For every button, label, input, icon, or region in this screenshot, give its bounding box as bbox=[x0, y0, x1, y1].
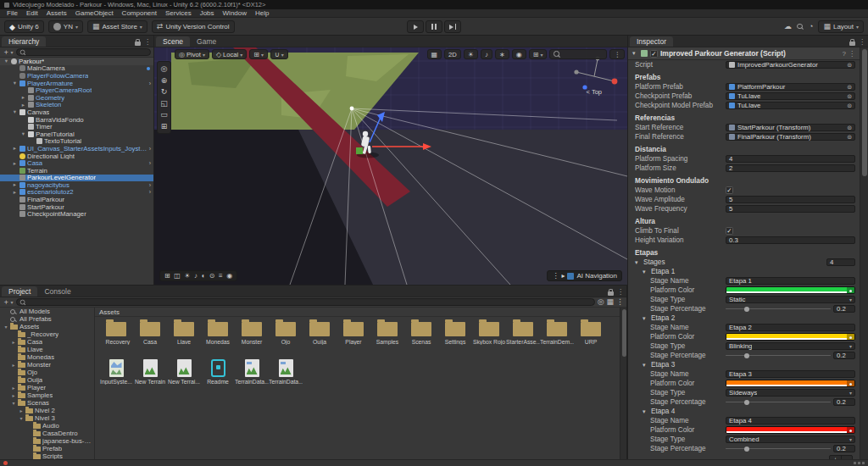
hierarchy-item[interactable]: Parkour* › bbox=[0, 58, 153, 65]
foldout-arrow[interactable] bbox=[20, 130, 26, 137]
inspector-row[interactable]: Final ReferenceFinalParkour (Transform)⊙ bbox=[628, 132, 860, 141]
inspector-row[interactable]: Platform Size2 bbox=[628, 164, 860, 173]
folder-item[interactable]: _Recovery bbox=[99, 319, 133, 358]
asset-item[interactable]: TerrainData... bbox=[269, 358, 303, 397]
folder-item[interactable]: Player bbox=[337, 319, 370, 358]
inspector-row[interactable]: Platform PrefabPlatformParkour⊙ bbox=[628, 82, 860, 92]
menu-item[interactable]: File bbox=[3, 9, 22, 17]
menu-item[interactable]: GameObject bbox=[71, 9, 118, 17]
menu-item[interactable]: Assets bbox=[42, 9, 71, 17]
inspector-row[interactable]: Height Variation0.3 bbox=[628, 236, 860, 245]
value-field[interactable]: Etapa 4 bbox=[726, 417, 855, 424]
hierarchy-item[interactable]: Skeleton › bbox=[0, 102, 153, 109]
array-size-field[interactable]: 4 bbox=[826, 258, 855, 266]
scene-viewport[interactable]: ◎Pivot▾ ◇Local▾ ⊞▾ ∪▾ ▦ 2D ☀ ♪ ∗ ◉ ⊞▾ ⋮ … bbox=[154, 47, 627, 285]
object-field[interactable]: ImprovedParkourGenerator⊙ bbox=[726, 61, 855, 69]
inspector-row[interactable]: ▾Etapa 4 bbox=[628, 407, 860, 416]
foldout-arrow[interactable]: ▾ bbox=[643, 315, 648, 322]
folder-item[interactable]: URP bbox=[574, 319, 608, 358]
foldout-arrow[interactable] bbox=[20, 102, 26, 108]
inspector-row[interactable]: Stage Percentage0.2 bbox=[628, 397, 860, 407]
scale-tool-button[interactable]: ◱ bbox=[160, 99, 168, 108]
inspector-row[interactable]: Start ReferenceStartParkour (Transform)⊙ bbox=[628, 123, 860, 132]
inspector-row[interactable]: Platform Color bbox=[628, 332, 860, 341]
lock-icon[interactable] bbox=[608, 291, 614, 296]
kebab-menu-icon[interactable]: ⋮ bbox=[617, 288, 624, 296]
project-panel-tab[interactable]: Project bbox=[2, 286, 37, 297]
object-field[interactable]: FinalParkour (Transform)⊙ bbox=[726, 133, 855, 141]
value-field[interactable]: 5 bbox=[726, 196, 855, 203]
lock-icon[interactable] bbox=[135, 42, 141, 46]
foldout-arrow[interactable] bbox=[11, 392, 16, 398]
move-tool-button[interactable]: ⊕ bbox=[161, 76, 168, 85]
scene-search-input[interactable] bbox=[562, 52, 603, 58]
project-search[interactable] bbox=[16, 298, 595, 306]
folder-item[interactable]: Samples bbox=[370, 319, 404, 358]
hierarchy-item[interactable]: Timer › bbox=[0, 123, 153, 130]
foldout-arrow[interactable] bbox=[12, 145, 18, 152]
tab-inspector[interactable]: Inspector bbox=[630, 36, 673, 47]
hierarchy-item[interactable]: PlayerArmature › bbox=[0, 80, 153, 87]
folder-tree-item[interactable]: Llave bbox=[0, 346, 94, 353]
object-field[interactable]: TuLlave⊙ bbox=[726, 92, 855, 100]
folder-tree-item[interactable]: CasaDentro bbox=[0, 430, 94, 437]
foldout-arrow[interactable]: ▾ bbox=[635, 259, 641, 266]
scrollbar-thumb[interactable] bbox=[622, 309, 626, 357]
overlay-button-camera[interactable]: ◉ bbox=[226, 272, 232, 280]
prefab-chevron-icon[interactable]: › bbox=[149, 146, 151, 152]
hierarchy-item[interactable]: PlayerFollowCamera › bbox=[0, 72, 153, 80]
search-by-type-icon[interactable]: ◎ bbox=[598, 298, 604, 306]
value-field[interactable]: 2 bbox=[726, 164, 855, 172]
inspector-row[interactable]: Platform Color bbox=[628, 379, 860, 388]
slider[interactable] bbox=[726, 305, 831, 313]
foldout-arrow[interactable] bbox=[12, 80, 18, 86]
menu-item[interactable]: Window bbox=[219, 9, 251, 17]
kebab-menu-icon[interactable]: ⋮ bbox=[859, 38, 865, 46]
tab-hierarchy[interactable]: Hierarchy bbox=[2, 36, 46, 47]
slider-thumb[interactable] bbox=[744, 400, 749, 405]
kebab-menu-icon[interactable]: ⋮ bbox=[849, 50, 855, 58]
axis-gizmo-label[interactable]: < Top bbox=[587, 88, 602, 96]
inspector-row[interactable]: Wave Motion✓ bbox=[628, 186, 860, 195]
object-picker-icon[interactable]: ⊙ bbox=[847, 62, 852, 69]
folder-tree-item[interactable]: All Models bbox=[0, 308, 94, 315]
checkbox[interactable]: ✓ bbox=[726, 227, 733, 235]
transform-tool-button[interactable]: ⊞ bbox=[161, 122, 168, 130]
prefab-chevron-icon[interactable]: › bbox=[149, 182, 151, 188]
folder-item[interactable]: Monedas bbox=[201, 319, 235, 358]
folder-tree-item[interactable]: Audio bbox=[0, 422, 94, 430]
grid-snap-dropdown[interactable]: ⊞▾ bbox=[249, 49, 268, 59]
notifications-icon[interactable]: ◔ bbox=[809, 23, 813, 31]
slider-thumb[interactable] bbox=[744, 447, 749, 452]
folder-tree-item[interactable]: Ouija bbox=[0, 376, 94, 384]
foldout-arrow[interactable] bbox=[12, 181, 18, 188]
snap-toggle[interactable]: ∪▾ bbox=[270, 49, 288, 59]
slider-value-field[interactable]: 0.2 bbox=[833, 445, 855, 452]
status-notification-icon[interactable] bbox=[3, 461, 8, 465]
overlay-button-gizmos[interactable]: ⊙ bbox=[209, 272, 215, 280]
inspector-row[interactable]: Stage Percentage0.2 bbox=[628, 304, 860, 313]
slider-value-field[interactable]: 0.2 bbox=[833, 352, 855, 359]
overlay-button-audio[interactable]: ♪ bbox=[194, 272, 198, 280]
foldout-arrow[interactable] bbox=[11, 385, 16, 391]
inspector-row[interactable]: ScriptImprovedParkourGenerator⊙ bbox=[628, 60, 860, 69]
object-field[interactable]: PlatformParkour⊙ bbox=[726, 83, 855, 91]
hierarchy-item[interactable]: MainCamera › bbox=[0, 65, 153, 73]
dropdown-field[interactable]: Static▾ bbox=[726, 296, 855, 303]
folder-tree-item[interactable]: Player bbox=[0, 384, 94, 391]
step-button[interactable] bbox=[444, 20, 461, 33]
scrollbar-thumb[interactable] bbox=[862, 49, 867, 176]
color-swatch[interactable] bbox=[726, 380, 855, 387]
foldout-arrow[interactable]: ▾ bbox=[643, 362, 648, 369]
folder-item[interactable]: Settings bbox=[438, 319, 472, 358]
menu-item[interactable]: Jobs bbox=[196, 9, 219, 17]
menu-item[interactable]: Services bbox=[161, 9, 196, 17]
inspector-row[interactable]: Checkpoint Model PrefabTuLlave⊙ bbox=[628, 101, 860, 110]
hierarchy-item[interactable]: Directional Light › bbox=[0, 153, 153, 160]
hierarchy-item[interactable]: Geometry › bbox=[0, 94, 153, 102]
folder-item[interactable]: Casa bbox=[133, 319, 167, 358]
add-gameobject-button[interactable]: ＋▾ bbox=[3, 47, 14, 58]
inspector-row[interactable]: Platform Color bbox=[628, 425, 860, 435]
folder-item[interactable]: Ojo bbox=[269, 319, 303, 358]
object-picker-icon[interactable]: ⊙ bbox=[847, 103, 852, 109]
